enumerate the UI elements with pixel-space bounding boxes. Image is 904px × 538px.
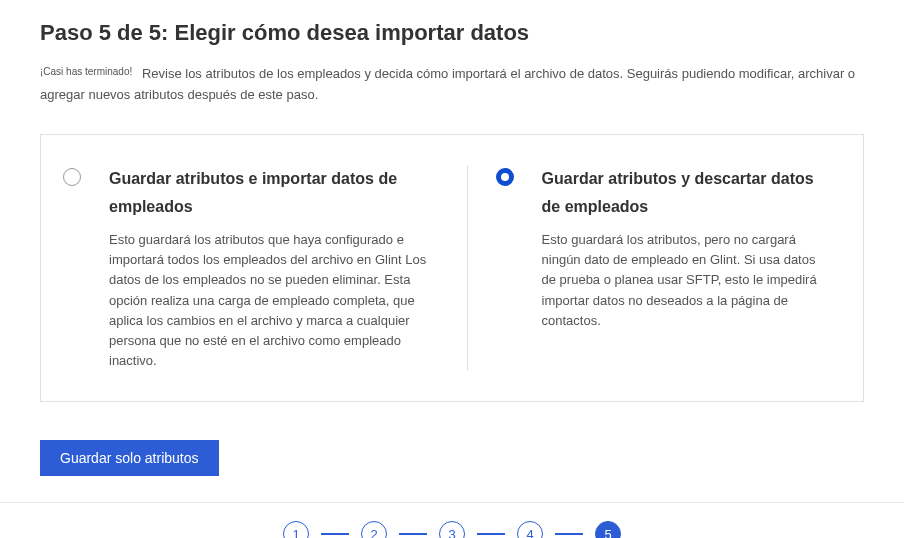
step-connector <box>399 533 427 535</box>
step-connector <box>555 533 583 535</box>
step-3[interactable]: 3 <box>439 521 465 538</box>
option-discard-data-title: Guardar atributos y descartar datos de e… <box>542 165 829 223</box>
option-import-data-title: Guardar atributos e importar datos de em… <box>109 165 439 223</box>
page-subtitle: ¡Casi has terminado! Revise los atributo… <box>40 64 864 106</box>
option-discard-data[interactable]: Guardar atributos y descartar datos de e… <box>468 165 841 372</box>
option-import-data-desc: Esto guardará los atributos que haya con… <box>109 230 439 371</box>
page-title: Paso 5 de 5: Elegir cómo desea importar … <box>40 20 864 46</box>
step-2[interactable]: 2 <box>361 521 387 538</box>
subtitle-text: Revise los atributos de los empleados y … <box>40 66 855 102</box>
step-5[interactable]: 5 <box>595 521 621 538</box>
step-4[interactable]: 4 <box>517 521 543 538</box>
option-discard-data-desc: Esto guardará los atributos, pero no car… <box>542 230 829 331</box>
import-options: Guardar atributos e importar datos de em… <box>40 134 864 403</box>
radio-import-data[interactable] <box>63 168 81 186</box>
wizard-stepper: 1 2 3 4 5 <box>0 502 904 538</box>
radio-discard-data[interactable] <box>496 168 514 186</box>
option-import-data[interactable]: Guardar atributos e importar datos de em… <box>63 165 468 372</box>
save-attributes-button[interactable]: Guardar solo atributos <box>40 440 219 476</box>
subtitle-tag: ¡Casi has terminado! <box>40 66 132 77</box>
step-connector <box>321 533 349 535</box>
step-connector <box>477 533 505 535</box>
step-1[interactable]: 1 <box>283 521 309 538</box>
